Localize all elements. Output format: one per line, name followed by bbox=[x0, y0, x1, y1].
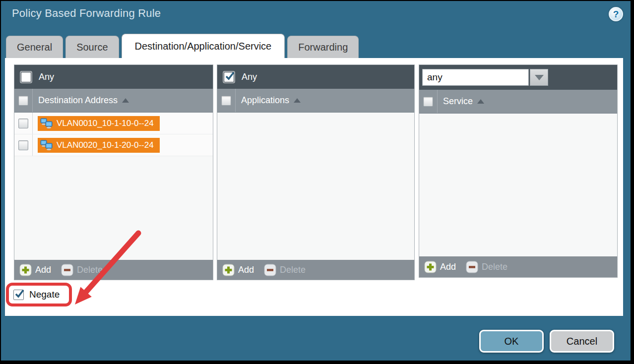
tab-forwarding-label: Forwarding bbox=[298, 42, 348, 53]
cancel-button[interactable]: Cancel bbox=[550, 330, 614, 353]
minus-icon bbox=[466, 261, 478, 273]
applications-panel: Any Applications Add Delete bbox=[217, 64, 415, 280]
applications-list bbox=[217, 113, 414, 260]
list-item[interactable]: VLAN0010_10-1-10-0--24 bbox=[38, 116, 160, 131]
chevron-down-icon bbox=[535, 75, 544, 80]
add-button-label: Add bbox=[35, 265, 51, 275]
add-button[interactable]: Add bbox=[222, 264, 254, 276]
destination-any-label: Any bbox=[39, 72, 54, 82]
table-row: VLAN0020_10-1-20-0--24 bbox=[14, 134, 213, 156]
destination-column-header: Destination Address bbox=[14, 89, 213, 113]
cancel-button-label: Cancel bbox=[567, 336, 597, 347]
negate-checkbox[interactable] bbox=[13, 290, 24, 300]
service-panel: any Service Add Del bbox=[419, 64, 618, 278]
applications-select-all-checkbox[interactable] bbox=[221, 96, 231, 106]
row-checkbox[interactable] bbox=[18, 119, 28, 128]
applications-toolbar: Add Delete bbox=[217, 260, 414, 280]
row-checkbox-cell bbox=[14, 134, 33, 156]
negate-highlight-box: Negate bbox=[6, 283, 72, 306]
network-address-icon bbox=[40, 118, 53, 129]
tab-general-label: General bbox=[17, 42, 52, 53]
applications-column-header: Applications bbox=[217, 89, 414, 113]
service-header-cell[interactable]: Service bbox=[438, 90, 484, 113]
destination-select-all-checkbox[interactable] bbox=[18, 96, 28, 106]
applications-any-bar: Any bbox=[217, 65, 414, 89]
service-combo: any bbox=[422, 69, 548, 86]
add-button-label: Add bbox=[440, 262, 456, 272]
service-header-label: Service bbox=[443, 96, 473, 107]
minus-icon bbox=[264, 264, 276, 276]
service-toolbar: Add Delete bbox=[419, 256, 617, 277]
destination-header-checkbox-cell bbox=[14, 89, 33, 112]
ok-button-label: OK bbox=[505, 336, 519, 347]
help-glyph: ? bbox=[613, 9, 619, 20]
checkmark-icon bbox=[224, 70, 236, 82]
destination-address-panel: Any Destination Address bbox=[14, 64, 213, 280]
delete-button-label: Delete bbox=[77, 265, 103, 275]
add-button-label: Add bbox=[238, 265, 254, 275]
tab-destination-application-service[interactable]: Destination/Application/Service bbox=[122, 34, 285, 58]
tab-source[interactable]: Source bbox=[65, 36, 119, 58]
service-header-checkbox-cell bbox=[419, 90, 438, 113]
dialog-title: Policy Based Forwarding Rule bbox=[12, 7, 161, 20]
tab-forwarding[interactable]: Forwarding bbox=[287, 36, 359, 58]
sort-asc-icon bbox=[294, 98, 301, 103]
plus-icon bbox=[424, 261, 437, 273]
tab-general[interactable]: General bbox=[6, 36, 63, 58]
row-checkbox-cell bbox=[14, 113, 33, 134]
list-item[interactable]: VLAN0020_10-1-20-0--24 bbox=[38, 138, 160, 153]
service-dropdown-text: any bbox=[427, 72, 443, 83]
delete-button-label: Delete bbox=[280, 265, 306, 275]
sort-asc-icon bbox=[477, 99, 484, 104]
sort-asc-icon bbox=[122, 98, 129, 103]
plus-icon bbox=[19, 264, 32, 276]
destination-any-checkbox[interactable] bbox=[21, 72, 31, 82]
applications-header-checkbox-cell bbox=[217, 89, 236, 112]
service-column-header: Service bbox=[419, 90, 617, 114]
delete-button[interactable]: Delete bbox=[61, 264, 103, 276]
table-row: VLAN0010_10-1-10-0--24 bbox=[14, 113, 213, 134]
plus-icon bbox=[222, 264, 235, 276]
tab-source-label: Source bbox=[76, 42, 108, 53]
delete-button-label: Delete bbox=[482, 262, 507, 272]
service-list bbox=[419, 114, 617, 256]
applications-any-checkbox[interactable] bbox=[224, 72, 234, 82]
negate-label: Negate bbox=[29, 289, 60, 300]
tab-destination-label: Destination/Application/Service bbox=[135, 41, 272, 52]
service-select-all-checkbox[interactable] bbox=[423, 97, 433, 107]
delete-button[interactable]: Delete bbox=[264, 264, 306, 276]
service-dropdown-button[interactable] bbox=[530, 69, 548, 86]
list-item-label: VLAN0010_10-1-10-0--24 bbox=[57, 119, 154, 128]
service-dropdown-bar: any bbox=[419, 65, 617, 90]
checkmark-icon bbox=[14, 288, 26, 300]
applications-any-label: Any bbox=[242, 72, 257, 82]
delete-button[interactable]: Delete bbox=[466, 261, 507, 273]
destination-any-bar: Any bbox=[14, 65, 213, 89]
add-button[interactable]: Add bbox=[424, 261, 456, 273]
destination-header-label: Destination Address bbox=[38, 95, 118, 106]
destination-toolbar: Add Delete bbox=[14, 260, 213, 280]
applications-header-cell[interactable]: Applications bbox=[236, 89, 301, 112]
list-item-label: VLAN0020_10-1-20-0--24 bbox=[57, 140, 154, 150]
add-button[interactable]: Add bbox=[19, 264, 51, 276]
ok-button[interactable]: OK bbox=[479, 330, 544, 353]
tab-bar: General Source Destination/Application/S… bbox=[6, 34, 359, 58]
minus-icon bbox=[61, 264, 73, 276]
network-address-icon bbox=[40, 140, 53, 151]
destination-header-cell[interactable]: Destination Address bbox=[33, 89, 129, 112]
service-dropdown-value[interactable]: any bbox=[422, 69, 529, 86]
destination-list: VLAN0010_10-1-10-0--24 VLAN0020_10-1-20-… bbox=[14, 113, 213, 260]
applications-header-label: Applications bbox=[241, 95, 289, 106]
help-icon[interactable]: ? bbox=[609, 7, 623, 21]
row-checkbox[interactable] bbox=[18, 140, 28, 150]
